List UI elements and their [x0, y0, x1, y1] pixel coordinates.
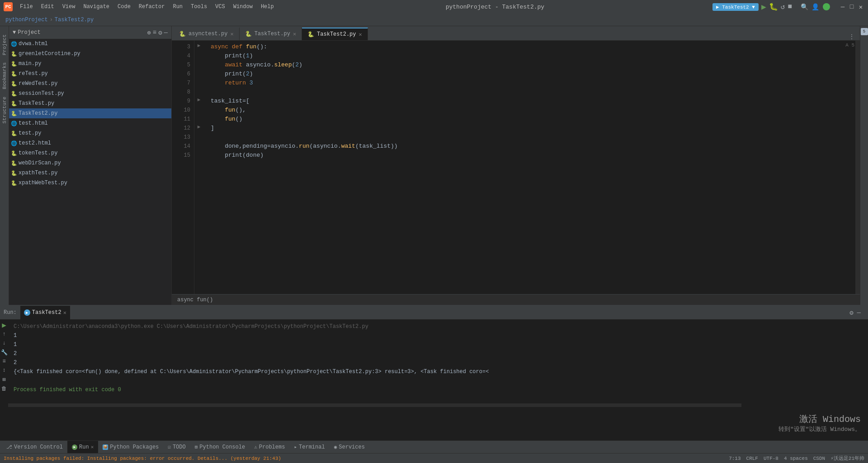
tree-item-xpathtest[interactable]: 🐍 xpathTest.py [9, 168, 171, 178]
tab-tasktest2[interactable]: 🐍 TaskTest2.py ✕ [302, 28, 368, 40]
run-tab-name: TaskTest2 [32, 309, 61, 316]
op: . [271, 61, 274, 70]
status-spaces[interactable]: 4 spaces [784, 456, 808, 461]
project-collapse-btn[interactable]: ≡ [153, 29, 156, 37]
tab-asynctest[interactable]: 🐍 asynctest.py ✕ [174, 28, 240, 40]
run-clear-btn[interactable]: 🗑 [0, 384, 8, 393]
tree-item-dvwa[interactable]: 🌐 dvwa.html [9, 39, 171, 49]
menu-vcs[interactable]: VCS [212, 2, 229, 11]
run-scroll-btn[interactable]: ≡ [0, 357, 8, 365]
tree-item-tokentest[interactable]: 🐍 tokenTest.py [9, 148, 171, 158]
stop-btn[interactable]: ■ [788, 3, 792, 11]
menu-view[interactable]: View [59, 2, 79, 11]
tree-item-tasktest2[interactable]: 🐍 TaskTest2.py [9, 108, 171, 118]
run-tab-close[interactable]: ✕ [63, 309, 66, 316]
project-add-btn[interactable]: ⊕ [147, 29, 151, 37]
bottom-tab-run[interactable]: ▶ Run ✕ [67, 441, 98, 454]
status-branch[interactable]: CSDN [813, 456, 825, 461]
paren: ( [242, 70, 246, 79]
breadcrumb-file[interactable]: TaskTest2.py [55, 17, 94, 23]
run-scrollbar[interactable] [8, 403, 741, 407]
menu-edit[interactable]: Edit [38, 2, 58, 11]
run-btn[interactable]: ▶ [761, 2, 766, 12]
run-output[interactable]: C:\Users\Administrator\anaconda3\python.… [8, 319, 741, 440]
run-filter-btn[interactable]: ↕ [0, 366, 8, 374]
tab-close-btn[interactable]: ✕ [293, 31, 296, 37]
menu-tools[interactable]: Tools [187, 2, 211, 11]
tab-more-btn[interactable]: ⋮ [845, 33, 858, 40]
status-line-col[interactable]: 7:13 [729, 456, 741, 461]
user-btn[interactable]: 👤 [812, 3, 819, 10]
tree-item-rewedtest[interactable]: 🐍 reWedTest.py [9, 79, 171, 89]
tree-item-main[interactable]: 🐍 main.py [9, 59, 171, 69]
fold-btn-9[interactable]: ▶ [194, 95, 203, 104]
project-settings-btn[interactable]: ⚙ [158, 29, 162, 37]
tree-item-testhtml[interactable]: 🌐 test.html [9, 118, 171, 128]
tree-item-xpathwebtest[interactable]: 🐍 xpathWebTest.py [9, 178, 171, 188]
html-file-icon: 🌐 [11, 140, 17, 146]
menu-refactor[interactable]: Refactor [135, 2, 169, 11]
tree-item-greenlet[interactable]: 🐍 greenletCorotine.py [9, 49, 171, 59]
bottom-tab-terminal[interactable]: ▸ Terminal [289, 441, 329, 454]
debug-btn[interactable]: 🐛 [769, 2, 778, 11]
fold-btn-12[interactable]: ▶ [194, 122, 203, 131]
menu-run[interactable]: Run [169, 2, 186, 11]
tree-item-retest[interactable]: 🐍 reTest.py [9, 69, 171, 79]
run-rerun-btn[interactable]: ↑ [0, 330, 8, 338]
editor-scrollbar[interactable] [855, 41, 860, 294]
project-close-btn[interactable]: — [164, 29, 168, 37]
bottom-tab-todo[interactable]: ☑ TODO [163, 441, 190, 454]
tab-tasktest[interactable]: 🐍 TaskTest.py ✕ [240, 28, 302, 40]
run-play-btn[interactable]: ▶ [0, 321, 8, 329]
status-encoding[interactable]: CRLF [746, 456, 758, 461]
rerun-btn[interactable]: ↺ [781, 2, 785, 11]
bottom-tab-problems[interactable]: ⚠ Problems [250, 441, 289, 454]
tree-item-sessiontest[interactable]: 🐍 sessionTest.py [9, 89, 171, 98]
activation-watermark: 激活 Windows 转到"设置"以激活 Windows。 [741, 319, 868, 440]
breadcrumb-project[interactable]: pythonProject [5, 17, 48, 23]
menu-navigate[interactable]: Navigate [80, 2, 113, 11]
tree-item-testpy[interactable]: 🐍 test.py [9, 128, 171, 138]
run-config-btn[interactable]: ▶ TaskTest2 ▼ [712, 3, 759, 11]
sidebar-project-label[interactable]: Project [1, 31, 8, 59]
minimize-btn[interactable]: — [839, 3, 846, 10]
sidebar-bookmarks-label[interactable]: Bookmarks [1, 59, 8, 93]
tab-close-btn[interactable]: ✕ [359, 31, 362, 38]
bottom-tab-python-packages[interactable]: 📦 Python Packages [98, 441, 163, 454]
bottom-tab-todo-label: TODO [173, 444, 186, 450]
code-editor[interactable]: 3 4 5 6 7 8 9 10 11 12 13 14 15 ▶ [172, 41, 860, 294]
menu-code[interactable]: Code [114, 2, 134, 11]
tab-label: TaskTest.py [255, 31, 290, 37]
fold-btn-3[interactable]: ▶ [194, 41, 203, 50]
tree-item-test2html[interactable]: 🌐 test2.html [9, 138, 171, 148]
run-minimize-btn[interactable]: — [857, 309, 861, 316]
bottom-tab-services[interactable]: ◉ Services [330, 441, 369, 454]
run-tab[interactable]: ▶ TaskTest2 ✕ [20, 306, 70, 319]
close-btn[interactable]: ✕ [857, 3, 864, 10]
run-settings-btn[interactable]: ⚙ [849, 309, 853, 317]
online-indicator [823, 3, 830, 10]
run-wrench-btn[interactable]: 🔧 [0, 348, 8, 356]
run-tab-close-bottom[interactable]: ✕ [91, 444, 94, 450]
menu-help[interactable]: Help [257, 2, 278, 11]
status-charset[interactable]: UTF-8 [764, 456, 778, 461]
right-sidebar: 5 [860, 26, 868, 305]
fn-name: fun [246, 42, 256, 51]
run-stop-btn[interactable]: ↓ [0, 339, 8, 347]
project-header-left: ▼ Project [13, 29, 41, 36]
tree-item-webdirscan[interactable]: 🐍 webDirScan.py [9, 158, 171, 168]
code-content[interactable]: async def fun(): print(1) await asyncio.… [203, 41, 842, 294]
tree-item-tasktest[interactable]: 🐍 TaskTest.py [9, 98, 171, 108]
maximize-btn[interactable]: □ [848, 3, 855, 10]
bottom-tab-python-console[interactable]: ⊞ Python Console [190, 441, 250, 454]
tab-py-icon: 🐍 [245, 31, 252, 37]
fold-line-7 [194, 77, 203, 86]
sidebar-structure-label[interactable]: Structure [1, 93, 8, 127]
menu-file[interactable]: File [16, 2, 37, 11]
tab-close-btn[interactable]: ✕ [230, 31, 233, 37]
search-btn[interactable]: 🔍 [801, 3, 808, 10]
notification-badge[interactable]: 5 [861, 28, 868, 35]
bottom-tab-version-control[interactable]: ⎇ Version Control [2, 441, 67, 454]
menu-window[interactable]: Window [230, 2, 256, 11]
run-output-btn[interactable]: ⊞ [0, 375, 8, 383]
